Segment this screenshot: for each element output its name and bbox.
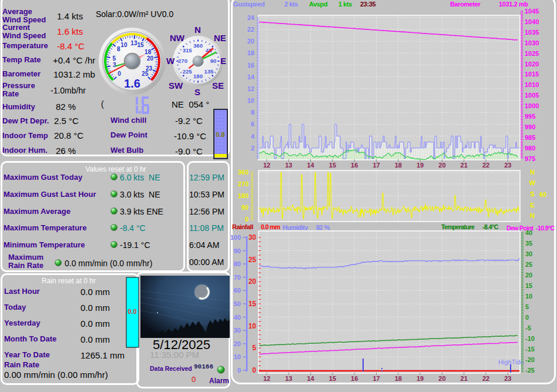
svg-text:0: 0 (118, 71, 121, 77)
svg-text:135: 135 (204, 68, 214, 75)
svg-text:13: 13 (130, 40, 137, 46)
svg-text:8: 8 (117, 46, 120, 52)
svg-text:20: 20 (147, 55, 154, 62)
svg-text:15: 15 (137, 42, 145, 48)
svg-text:3: 3 (113, 62, 116, 68)
svg-text:5: 5 (113, 55, 116, 62)
svg-text:180: 180 (193, 73, 203, 79)
svg-text:360: 360 (193, 42, 203, 49)
svg-text:90: 90 (210, 58, 217, 64)
svg-text:25: 25 (142, 71, 149, 77)
svg-text:1.6: 1.6 (124, 77, 140, 90)
svg-text:0.8: 0.8 (216, 131, 224, 138)
svg-text:18: 18 (145, 49, 152, 55)
svg-text:225: 225 (183, 68, 193, 75)
svg-text:10: 10 (120, 42, 127, 48)
svg-text:270: 270 (178, 58, 187, 64)
svg-text:315: 315 (183, 47, 193, 53)
svg-text:0.0: 0.0 (127, 308, 136, 315)
